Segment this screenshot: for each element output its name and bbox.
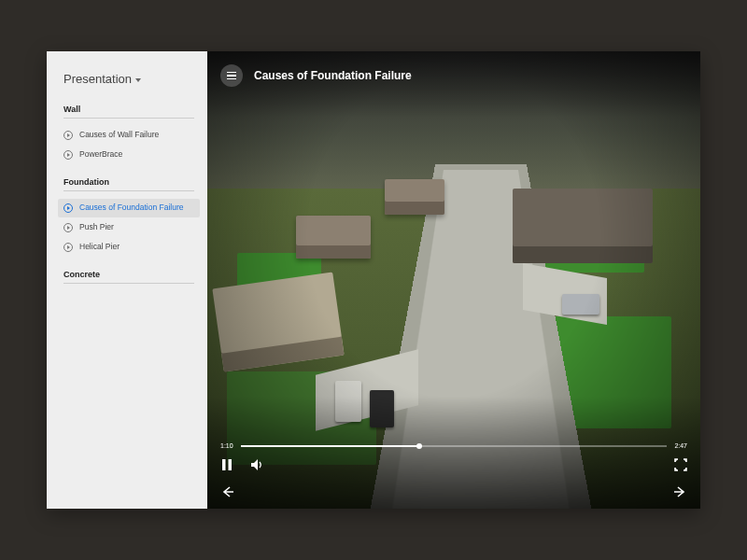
play-icon — [63, 203, 73, 213]
sidebar-item-helical-pier[interactable]: Helical Pier — [58, 238, 200, 257]
play-icon — [63, 150, 73, 160]
video-header: Causes of Foundation Failure — [220, 64, 412, 87]
seek-bar[interactable]: 1:10 2:47 — [220, 442, 687, 449]
next-button[interactable] — [672, 484, 687, 499]
pause-button[interactable] — [220, 458, 233, 471]
play-icon — [63, 223, 73, 232]
seek-knob[interactable] — [416, 443, 422, 449]
chevron-down-icon — [135, 78, 141, 82]
section-wall-label: Wall — [63, 105, 194, 119]
seek-fill — [241, 445, 420, 447]
section-concrete-label: Concrete — [63, 270, 194, 284]
video-player[interactable]: Causes of Foundation Failure 1:10 2:47 — [207, 51, 700, 509]
prev-button[interactable] — [220, 484, 235, 499]
sidebar-title-label: Presentation — [63, 72, 132, 86]
video-title: Causes of Foundation Failure — [254, 69, 412, 82]
sidebar-item-label: PowerBrace — [79, 150, 122, 159]
svg-rect-1 — [229, 459, 233, 470]
app-window: Presentation Wall Causes of Wall Failure… — [47, 51, 700, 509]
duration: 2:47 — [674, 442, 687, 449]
presentation-dropdown[interactable]: Presentation — [63, 72, 194, 86]
menu-button[interactable] — [220, 64, 243, 87]
current-time: 1:10 — [220, 442, 233, 449]
volume-button[interactable] — [250, 458, 263, 471]
sidebar-item-label: Helical Pier — [79, 243, 120, 251]
video-frame — [207, 51, 700, 509]
svg-marker-2 — [251, 459, 258, 470]
sidebar-item-label: Push Pier — [79, 223, 114, 231]
svg-rect-0 — [222, 459, 226, 470]
video-controls: 1:10 2:47 — [220, 442, 687, 471]
sidebar-item-push-pier[interactable]: Push Pier — [58, 218, 200, 237]
section-foundation-label: Foundation — [63, 177, 194, 191]
sidebar-item-wall-causes[interactable]: Causes of Wall Failure — [58, 126, 200, 145]
seek-track[interactable] — [241, 445, 668, 447]
play-icon — [63, 131, 73, 140]
sidebar: Presentation Wall Causes of Wall Failure… — [47, 51, 207, 509]
sidebar-item-foundation-causes[interactable]: Causes of Foundation Failure — [58, 199, 200, 217]
sidebar-item-label: Causes of Foundation Failure — [79, 203, 184, 212]
sidebar-item-label: Causes of Wall Failure — [79, 131, 159, 139]
sidebar-item-powerbrace[interactable]: PowerBrace — [58, 146, 200, 164]
fullscreen-button[interactable] — [674, 458, 687, 471]
nav-arrows — [220, 484, 687, 499]
play-icon — [63, 243, 73, 252]
